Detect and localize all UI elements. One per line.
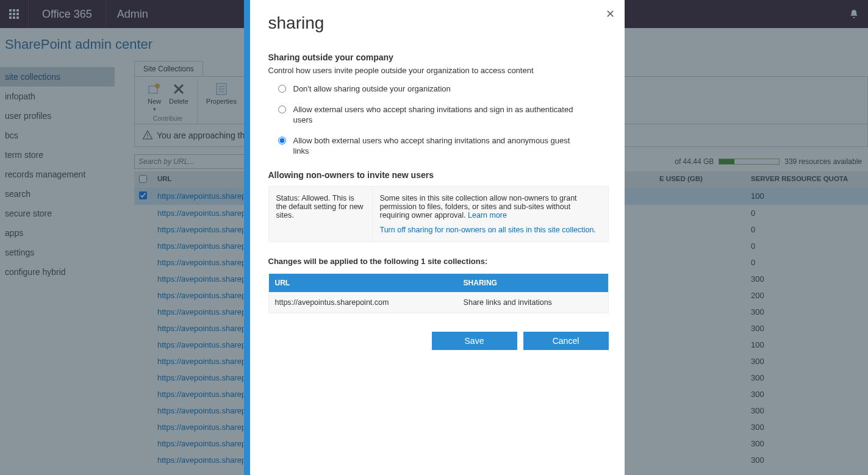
sharing-modal: ✕ sharing Sharing outside your company C… bbox=[244, 0, 625, 63]
close-button[interactable]: ✕ bbox=[606, 7, 615, 21]
section-sharing-outside-heading: Sharing outside your company bbox=[268, 52, 609, 62]
modal-title: sharing bbox=[268, 13, 609, 33]
